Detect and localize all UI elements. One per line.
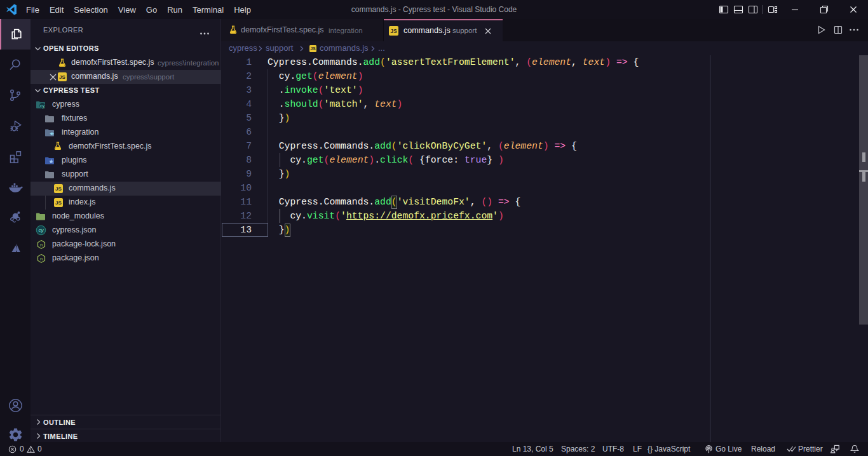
svg-text:cy: cy bbox=[40, 104, 45, 109]
svg-text:n: n bbox=[40, 256, 43, 262]
svg-text:n: n bbox=[40, 242, 43, 248]
svg-text:cy: cy bbox=[39, 227, 44, 233]
